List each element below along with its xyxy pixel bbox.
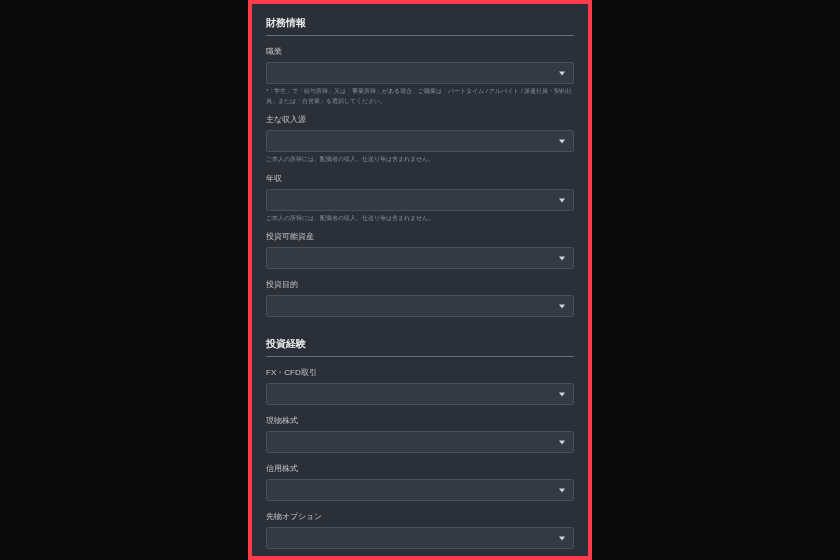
help-occupation: *「学生」で「給与所得」又は「事業所得」がある場合、ご職業は「パートタイム / …: [266, 87, 574, 106]
field-spot-stock: 現物株式: [266, 415, 574, 453]
label-investable-assets: 投資可能資産: [266, 231, 574, 242]
label-futures-options: 先物オプション: [266, 511, 574, 522]
field-income-source: 主な収入源 ご本人の所得には、配偶者の収入、仕送り等は含まれません。: [266, 114, 574, 165]
label-fx-cfd: FX・CFD取引: [266, 367, 574, 378]
field-fx-cfd: FX・CFD取引: [266, 367, 574, 405]
label-income-source: 主な収入源: [266, 114, 574, 125]
highlighted-form-panel: 財務情報 職業 *「学生」で「給与所得」又は「事業所得」がある場合、ご職業は「パ…: [248, 0, 592, 560]
label-investment-purpose: 投資目的: [266, 279, 574, 290]
field-occupation: 職業 *「学生」で「給与所得」又は「事業所得」がある場合、ご職業は「パートタイム…: [266, 46, 574, 106]
label-annual-income: 年収: [266, 173, 574, 184]
select-fx-cfd[interactable]: [266, 383, 574, 405]
section-header-experience: 投資経験: [266, 333, 574, 357]
field-investable-assets: 投資可能資産: [266, 231, 574, 269]
select-investment-purpose[interactable]: [266, 295, 574, 317]
field-investment-purpose: 投資目的: [266, 279, 574, 317]
field-futures-options: 先物オプション: [266, 511, 574, 549]
field-margin-stock: 信用株式: [266, 463, 574, 501]
select-income-source[interactable]: [266, 130, 574, 152]
help-annual-income: ご本人の所得には、配偶者の収入、仕送り等は含まれません。: [266, 214, 574, 224]
field-annual-income: 年収 ご本人の所得には、配偶者の収入、仕送り等は含まれません。: [266, 173, 574, 224]
select-annual-income[interactable]: [266, 189, 574, 211]
select-spot-stock[interactable]: [266, 431, 574, 453]
help-income-source: ご本人の所得には、配偶者の収入、仕送り等は含まれません。: [266, 155, 574, 165]
select-futures-options[interactable]: [266, 527, 574, 549]
label-occupation: 職業: [266, 46, 574, 57]
section-header-financial: 財務情報: [266, 12, 574, 36]
form-inner: 財務情報 職業 *「学生」で「給与所得」又は「事業所得」がある場合、ご職業は「パ…: [252, 4, 588, 560]
select-investable-assets[interactable]: [266, 247, 574, 269]
select-occupation[interactable]: [266, 62, 574, 84]
select-margin-stock[interactable]: [266, 479, 574, 501]
label-margin-stock: 信用株式: [266, 463, 574, 474]
label-spot-stock: 現物株式: [266, 415, 574, 426]
